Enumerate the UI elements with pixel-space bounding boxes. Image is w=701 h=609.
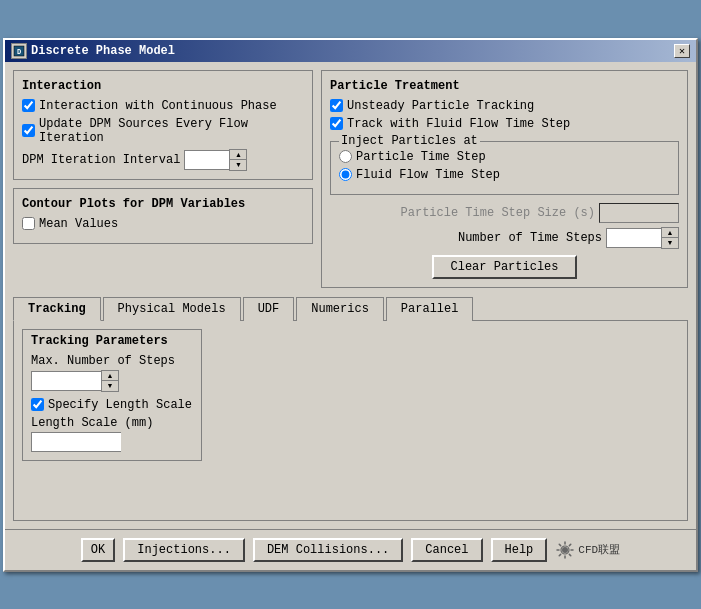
update-dpm-checkbox[interactable] (22, 124, 35, 137)
specify-length-checkbox[interactable] (31, 398, 44, 411)
particle-timestep-label: Particle Time Step (356, 150, 486, 164)
specify-length-label: Specify Length Scale (48, 398, 192, 412)
gear-icon (555, 540, 575, 560)
titlebar-left: D Discrete Phase Model (11, 43, 175, 59)
contour-plots-panel: Contour Plots for DPM Variables Mean Val… (13, 188, 313, 244)
tabs-bar: Tracking Physical Models UDF Numerics Pa… (13, 296, 688, 321)
particle-timestep-size-row: Particle Time Step Size (s) 0.001 (330, 203, 679, 223)
tabs-container: Tracking Physical Models UDF Numerics Pa… (13, 296, 688, 521)
ok-button[interactable]: OK (81, 538, 115, 562)
tab-content-tracking: Tracking Parameters Max. Number of Steps… (13, 321, 688, 521)
dpm-interval-label: DPM Iteration Interval (22, 153, 180, 167)
bottom-bar: OK Injections... DEM Collisions... Cance… (5, 529, 696, 570)
update-dpm-row: Update DPM Sources Every Flow Iteration (22, 117, 304, 145)
update-dpm-label: Update DPM Sources Every Flow Iteration (39, 117, 304, 145)
unsteady-tracking-label: Unsteady Particle Tracking (347, 99, 534, 113)
svg-text:D: D (17, 48, 21, 56)
max-steps-down[interactable]: ▼ (102, 381, 118, 391)
dpm-interval-spinner: 10 ▲ ▼ (184, 149, 247, 171)
max-steps-spinner-buttons: ▲ ▼ (101, 370, 119, 392)
continuous-phase-row: Interaction with Continuous Phase (22, 99, 304, 113)
main-content: Interaction Interaction with Continuous … (5, 62, 696, 529)
track-fluid-label: Track with Fluid Flow Time Step (347, 117, 570, 131)
particle-timestep-row: Particle Time Step (339, 150, 670, 164)
particle-treatment-inner: Particle Treatment Unsteady Particle Tra… (321, 70, 688, 288)
length-scale-input[interactable]: 0.1 (31, 432, 121, 452)
number-of-timesteps-spinner: 1 ▲ ▼ (606, 227, 679, 249)
fluid-timestep-radio[interactable] (339, 168, 352, 181)
tab-physical-models[interactable]: Physical Models (103, 297, 241, 321)
cancel-button[interactable]: Cancel (411, 538, 482, 562)
inject-particles-title: Inject Particles at (339, 134, 480, 148)
titlebar: D Discrete Phase Model ✕ (5, 40, 696, 62)
number-of-timesteps-down[interactable]: ▼ (662, 238, 678, 248)
fluid-timestep-label: Fluid Flow Time Step (356, 168, 500, 182)
clear-particles-button[interactable]: Clear Particles (432, 255, 576, 279)
cfd-logo: CFD联盟 (555, 540, 620, 560)
max-steps-input[interactable]: 50000 (31, 371, 101, 391)
max-steps-spinner: 50000 ▲ ▼ (31, 370, 193, 392)
help-button[interactable]: Help (491, 538, 548, 562)
number-of-timesteps-label: Number of Time Steps (458, 231, 602, 245)
continuous-phase-checkbox[interactable] (22, 99, 35, 112)
tab-numerics[interactable]: Numerics (296, 297, 384, 321)
tab-parallel[interactable]: Parallel (386, 297, 474, 321)
top-panels: Interaction Interaction with Continuous … (13, 70, 688, 288)
unsteady-tracking-checkbox[interactable] (330, 99, 343, 112)
svg-point-2 (562, 547, 568, 553)
track-fluid-row: Track with Fluid Flow Time Step (330, 117, 679, 131)
specify-length-row: Specify Length Scale (31, 398, 193, 412)
number-of-timesteps-row: Number of Time Steps 1 ▲ ▼ (330, 227, 679, 249)
number-of-timesteps-input[interactable]: 1 (606, 228, 661, 248)
particle-treatment-panel: Particle Treatment Unsteady Particle Tra… (321, 70, 688, 288)
dem-collisions-button[interactable]: DEM Collisions... (253, 538, 403, 562)
number-of-timesteps-up[interactable]: ▲ (662, 228, 678, 238)
mean-values-row: Mean Values (22, 217, 304, 231)
left-panel: Interaction Interaction with Continuous … (13, 70, 313, 288)
dpm-interval-spinner-buttons: ▲ ▼ (229, 149, 247, 171)
dpm-interval-down[interactable]: ▼ (230, 160, 246, 170)
max-steps-up[interactable]: ▲ (102, 371, 118, 381)
close-button[interactable]: ✕ (674, 44, 690, 58)
tracking-params-box: Tracking Parameters Max. Number of Steps… (22, 329, 202, 461)
window-title: Discrete Phase Model (31, 44, 175, 58)
cfd-logo-text: CFD联盟 (578, 542, 620, 557)
interaction-title: Interaction (22, 79, 304, 93)
contour-plots-title: Contour Plots for DPM Variables (22, 197, 304, 211)
interaction-panel: Interaction Interaction with Continuous … (13, 70, 313, 180)
unsteady-tracking-row: Unsteady Particle Tracking (330, 99, 679, 113)
track-fluid-checkbox[interactable] (330, 117, 343, 130)
continuous-phase-label: Interaction with Continuous Phase (39, 99, 277, 113)
max-steps-label: Max. Number of Steps (31, 354, 193, 368)
number-of-timesteps-spinner-buttons: ▲ ▼ (661, 227, 679, 249)
main-window: D Discrete Phase Model ✕ Interaction Int… (3, 38, 698, 572)
mean-values-checkbox[interactable] (22, 217, 35, 230)
inject-particles-group: Inject Particles at Particle Time Step F… (330, 141, 679, 195)
fluid-timestep-row: Fluid Flow Time Step (339, 168, 670, 182)
particle-timestep-size-label: Particle Time Step Size (s) (401, 206, 595, 220)
dpm-interval-up[interactable]: ▲ (230, 150, 246, 160)
dpm-interval-row: DPM Iteration Interval 10 ▲ ▼ (22, 149, 304, 171)
injections-button[interactable]: Injections... (123, 538, 245, 562)
particle-treatment-title: Particle Treatment (330, 79, 679, 93)
tracking-params-title: Tracking Parameters (31, 334, 193, 348)
length-scale-label: Length Scale (mm) (31, 416, 193, 430)
tab-udf[interactable]: UDF (243, 297, 295, 321)
mean-values-label: Mean Values (39, 217, 118, 231)
particle-timestep-size-input: 0.001 (599, 203, 679, 223)
app-icon: D (11, 43, 27, 59)
dpm-interval-input[interactable]: 10 (184, 150, 229, 170)
tab-tracking[interactable]: Tracking (13, 297, 101, 321)
particle-timestep-radio[interactable] (339, 150, 352, 163)
